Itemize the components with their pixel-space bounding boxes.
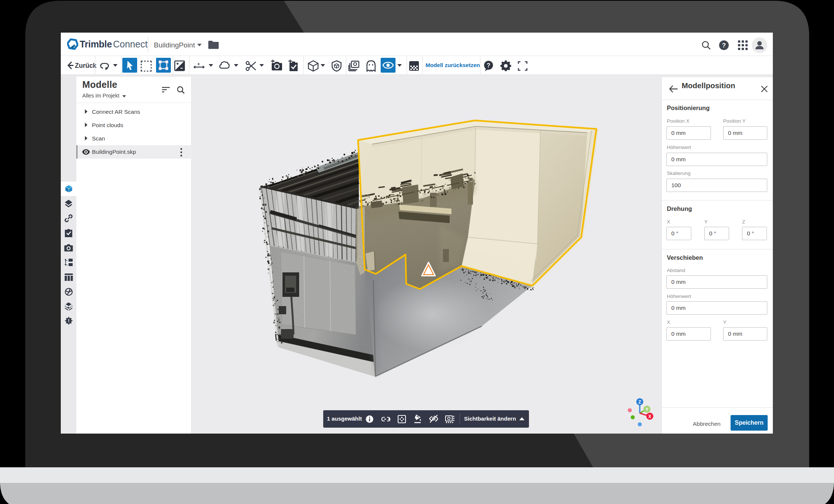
svg-text:Zurück: Zurück: [75, 62, 97, 69]
svg-text:X: X: [648, 414, 651, 419]
svg-text:Y: Y: [645, 407, 648, 412]
svg-text:x: x: [198, 62, 200, 66]
svg-text:!: !: [68, 318, 69, 324]
svg-text:Z: Z: [638, 399, 641, 405]
svg-text:?: ?: [487, 62, 490, 69]
svg-text:?: ?: [722, 42, 726, 49]
